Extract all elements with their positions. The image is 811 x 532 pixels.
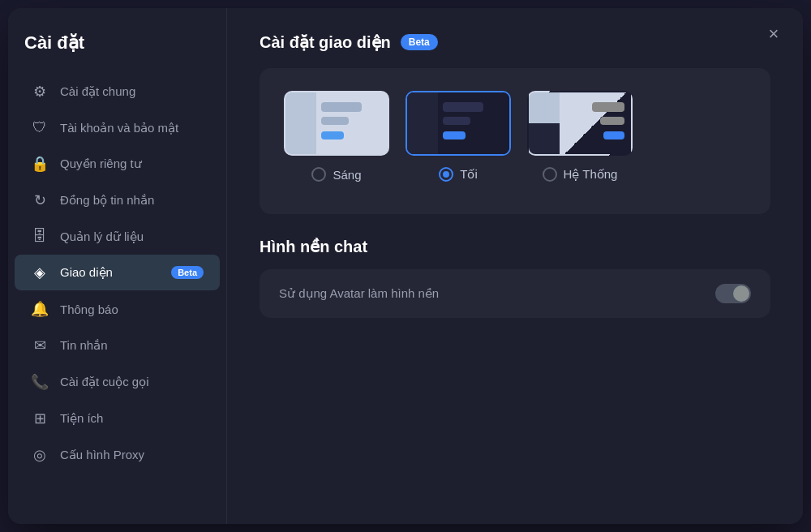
sidebar-item-label: Tài khoản và bảo mật bbox=[60, 121, 204, 135]
sidebar-item-label: Quản lý dữ liệu bbox=[60, 230, 204, 244]
sidebar-item-label: Cài đặt chung bbox=[60, 84, 204, 99]
shield-icon: 🛡 bbox=[31, 119, 49, 136]
dark-radio-group: Tối bbox=[439, 167, 478, 182]
sidebar-item-calls[interactable]: 📞 Cài đặt cuộc gọi bbox=[15, 364, 220, 400]
lock-icon: 🔒 bbox=[31, 155, 49, 173]
sidebar-title: Cài đặt bbox=[8, 24, 226, 73]
preview-bubble2 bbox=[321, 117, 349, 125]
preview-bubble3 bbox=[443, 131, 466, 139]
sidebar-item-label: Đồng bộ tin nhắn bbox=[60, 193, 204, 208]
appearance-section-title: Cài đặt giao diện Beta bbox=[260, 32, 770, 52]
sidebar-item-label: Quyền riêng tư bbox=[60, 157, 204, 171]
theme-preview-system bbox=[527, 91, 633, 156]
phone-icon: 📞 bbox=[31, 373, 49, 391]
chat-bg-section-title: Hình nền chat bbox=[260, 237, 770, 256]
system-radio-group: Hệ Thống bbox=[543, 167, 618, 182]
system-label: Hệ Thống bbox=[564, 167, 618, 182]
main-content: Cài đặt giao diện Beta Sáng bbox=[227, 8, 803, 524]
sidebar-item-label: Giao diện bbox=[60, 265, 160, 280]
sidebar-item-label: Thông báo bbox=[60, 302, 204, 316]
preview-bubble1 bbox=[321, 102, 362, 112]
sidebar-item-label: Tin nhắn bbox=[60, 338, 204, 353]
avatar-bg-toggle[interactable] bbox=[715, 284, 751, 303]
gear-icon: ⚙ bbox=[31, 83, 49, 101]
preview-sidebar bbox=[529, 92, 560, 154]
preview-bubble2 bbox=[443, 117, 470, 125]
sidebar-item-data[interactable]: 🗄 Quản lý dữ liệu bbox=[15, 219, 220, 254]
dark-radio[interactable] bbox=[439, 167, 453, 182]
appearance-badge: Beta bbox=[171, 266, 204, 279]
sidebar-item-appearance[interactable]: ◈ Giao diện Beta bbox=[15, 255, 220, 290]
preview-sidebar bbox=[407, 92, 438, 154]
sidebar-item-label: Cấu hình Proxy bbox=[60, 448, 204, 462]
preview-bubble2 bbox=[600, 117, 624, 125]
avatar-bg-label: Sử dụng Avatar làm hình nền bbox=[279, 286, 439, 301]
sidebar-item-privacy[interactable]: 🔒 Quyền riêng tư bbox=[15, 146, 220, 182]
preview-bubble3 bbox=[321, 131, 344, 139]
theme-options: Sáng Tối bbox=[284, 91, 746, 182]
sync-icon: ↻ bbox=[31, 191, 49, 209]
preview-bubble1 bbox=[443, 102, 483, 112]
bell-icon: 🔔 bbox=[31, 300, 49, 318]
settings-modal: × Cài đặt ⚙ Cài đặt chung 🛡 Tài khoản và… bbox=[8, 8, 803, 524]
system-radio[interactable] bbox=[543, 167, 557, 182]
sidebar-item-account[interactable]: 🛡 Tài khoản và bảo mật bbox=[15, 110, 220, 145]
sidebar-item-general[interactable]: ⚙ Cài đặt chung bbox=[15, 74, 220, 109]
sidebar-item-label: Tiện ích bbox=[60, 411, 204, 426]
light-label: Sáng bbox=[333, 168, 361, 182]
message-icon: ✉ bbox=[31, 337, 49, 354]
close-button[interactable]: × bbox=[761, 21, 787, 47]
database-icon: 🗄 bbox=[31, 228, 49, 245]
preview-bubble1 bbox=[592, 102, 624, 112]
avatar-bg-row: Sử dụng Avatar làm hình nền bbox=[260, 269, 770, 318]
sidebar-item-messages[interactable]: ✉ Tin nhắn bbox=[15, 328, 220, 363]
light-radio-group: Sáng bbox=[311, 167, 361, 182]
theme-option-light[interactable]: Sáng bbox=[284, 91, 389, 182]
theme-option-dark[interactable]: Tối bbox=[406, 91, 511, 182]
sidebar-item-utilities[interactable]: ⊞ Tiện ích bbox=[15, 401, 220, 436]
sidebar: Cài đặt ⚙ Cài đặt chung 🛡 Tài khoản và b… bbox=[8, 8, 227, 524]
sidebar-item-label: Cài đặt cuộc gọi bbox=[60, 375, 204, 389]
appearance-icon: ◈ bbox=[31, 264, 49, 281]
toggle-knob bbox=[733, 285, 749, 302]
grid-icon: ⊞ bbox=[31, 410, 49, 427]
theme-preview-light bbox=[284, 91, 389, 156]
dark-label: Tối bbox=[460, 167, 478, 182]
sidebar-item-proxy[interactable]: ◎ Cấu hình Proxy bbox=[15, 437, 220, 473]
section-badge: Beta bbox=[401, 34, 438, 50]
preview-sidebar bbox=[285, 92, 316, 154]
theme-card: Sáng Tối bbox=[260, 68, 770, 214]
sidebar-item-notifications[interactable]: 🔔 Thông báo bbox=[15, 291, 220, 327]
proxy-icon: ◎ bbox=[31, 446, 49, 464]
theme-option-system[interactable]: Hệ Thống bbox=[527, 91, 633, 182]
light-radio[interactable] bbox=[311, 167, 326, 182]
sidebar-item-sync[interactable]: ↻ Đồng bộ tin nhắn bbox=[15, 182, 220, 218]
theme-preview-dark bbox=[406, 91, 511, 156]
preview-bubble3 bbox=[603, 131, 624, 139]
